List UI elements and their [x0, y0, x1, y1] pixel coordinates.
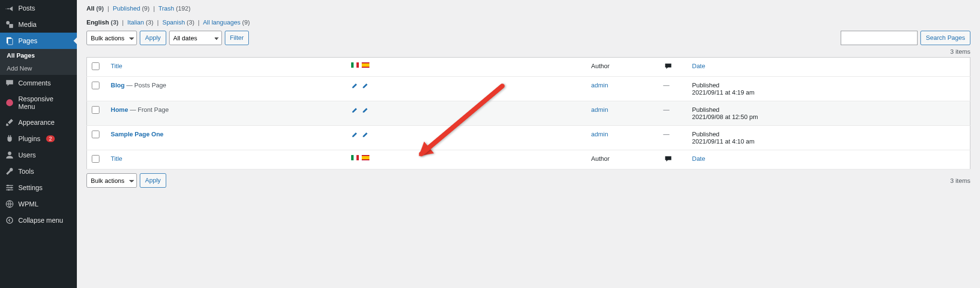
status-filter-all[interactable]: All (9): [86, 5, 104, 12]
table-row: Home — Front Page admin — Published 2021…: [87, 101, 970, 126]
sidebar-item-label: Posts: [18, 4, 35, 12]
sidebar-item-label: Users: [18, 151, 36, 159]
table-row: Blog — Posts Page admin — Published 2021…: [87, 77, 970, 101]
sidebar-item-label: Pages: [18, 37, 37, 45]
select-all-checkbox[interactable]: [92, 62, 99, 70]
date-value: 2021/09/11 at 4:10 am: [692, 138, 966, 145]
status-filter-trash[interactable]: Trash (192): [159, 5, 191, 12]
sidebar-item-label: Collapse menu: [18, 216, 63, 224]
column-languages: [346, 58, 587, 77]
search-input[interactable]: [841, 31, 918, 45]
date-filter-select[interactable]: All dates: [169, 31, 222, 45]
sidebar-subitem-all-pages[interactable]: All Pages: [0, 49, 77, 62]
sidebar-item-label: WPML: [18, 200, 38, 208]
page-state: — Front Page: [128, 106, 169, 113]
sidebar-item-label: Settings: [18, 184, 43, 192]
edit-translation-it-icon[interactable]: [351, 106, 359, 115]
svg-point-9: [7, 185, 9, 187]
svg-point-10: [11, 187, 12, 189]
column-comments[interactable]: [659, 58, 687, 77]
comment-bubble-icon: [663, 155, 673, 163]
page-title-link[interactable]: Home: [111, 106, 128, 113]
author-link[interactable]: admin: [591, 82, 608, 89]
admin-sidebar: Posts Media Pages All Pages Add New Comm…: [0, 0, 77, 288]
svg-rect-3: [8, 39, 12, 45]
apply-button-bottom[interactable]: Apply: [140, 173, 166, 188]
pin-icon: [5, 4, 14, 12]
sidebar-item-appearance[interactable]: Appearance: [0, 114, 77, 131]
svg-point-13: [7, 217, 13, 224]
bulk-actions-select-bottom[interactable]: Bulk actions: [86, 173, 137, 188]
row-checkbox[interactable]: [92, 106, 99, 114]
status-filter-published[interactable]: Published (9): [113, 5, 150, 12]
table-row: Sample Page One admin — Published 2021/0…: [87, 126, 970, 150]
status-filter: All (9) | Published (9) | Trash (192): [86, 0, 970, 14]
sidebar-item-posts[interactable]: Posts: [0, 0, 77, 16]
column-title[interactable]: Title: [106, 58, 346, 77]
sliders-icon: [5, 183, 14, 192]
lang-filter-spanish[interactable]: Spanish (3): [162, 19, 195, 26]
sidebar-item-collapse[interactable]: Collapse menu: [0, 212, 77, 228]
comments-count: —: [663, 106, 670, 113]
date-value: 2021/09/08 at 12:50 pm: [692, 113, 966, 120]
comments-count: —: [663, 131, 670, 138]
sidebar-item-pages[interactable]: Pages: [0, 33, 77, 49]
column-languages-footer: [346, 150, 587, 169]
edit-translation-es-icon[interactable]: [362, 106, 369, 115]
sidebar-item-media[interactable]: Media: [0, 16, 77, 33]
edit-translation-es-icon[interactable]: [362, 131, 369, 140]
brush-icon: [5, 118, 14, 127]
flag-italian-icon: [351, 155, 359, 160]
sidebar-item-label: Comments: [18, 79, 51, 87]
edit-translation-es-icon[interactable]: [362, 82, 369, 91]
sidebar-item-tools[interactable]: Tools: [0, 163, 77, 180]
plugins-update-badge: 2: [46, 135, 55, 142]
select-all-checkbox-bottom[interactable]: [92, 155, 99, 163]
sidebar-item-label: Media: [18, 21, 37, 28]
column-author: Author: [587, 58, 659, 77]
lang-filter-italian[interactable]: Italian (3): [127, 19, 153, 26]
column-date[interactable]: Date: [687, 58, 970, 77]
sidebar-subitem-add-new[interactable]: Add New: [0, 62, 77, 75]
page-title-link[interactable]: Sample Page One: [111, 131, 164, 138]
responsive-icon: [5, 98, 14, 107]
wrench-icon: [5, 167, 14, 176]
sidebar-item-settings[interactable]: Settings: [0, 180, 77, 196]
author-link[interactable]: admin: [591, 106, 608, 113]
svg-rect-1: [9, 24, 13, 28]
flag-spanish-icon: [362, 155, 369, 160]
sidebar-item-label: Appearance: [18, 119, 55, 126]
date-status: Published: [692, 131, 966, 138]
page-icon: [5, 36, 14, 45]
sidebar-item-plugins[interactable]: Plugins 2: [0, 131, 77, 147]
column-date-footer[interactable]: Date: [687, 150, 970, 169]
sidebar-item-wpml[interactable]: WPML: [0, 196, 77, 212]
filter-button[interactable]: Filter: [225, 31, 249, 45]
date-status: Published: [692, 82, 966, 89]
sidebar-item-users[interactable]: Users: [0, 147, 77, 163]
column-title-footer[interactable]: Title: [106, 150, 346, 169]
lang-filter-all[interactable]: All languages (9): [203, 19, 250, 26]
search-pages-button[interactable]: Search Pages: [920, 31, 970, 45]
bulk-actions-select[interactable]: Bulk actions: [86, 31, 137, 45]
svg-point-4: [6, 99, 13, 106]
items-count-bottom: 3 items: [950, 177, 970, 184]
sidebar-item-comments[interactable]: Comments: [0, 75, 77, 91]
sidebar-item-label: Plugins: [18, 135, 40, 143]
language-filter: English (3) | Italian (3) | Spanish (3) …: [86, 14, 970, 28]
edit-translation-it-icon[interactable]: [351, 82, 359, 91]
author-link[interactable]: admin: [591, 131, 608, 138]
row-checkbox[interactable]: [92, 82, 99, 89]
sidebar-item-responsive-menu[interactable]: Responsive Menu: [0, 91, 77, 114]
pages-table: Title Author Date Blog — Posts Page: [86, 57, 970, 169]
user-icon: [5, 151, 14, 159]
page-title-link[interactable]: Blog: [111, 82, 125, 89]
apply-button[interactable]: Apply: [140, 31, 166, 45]
svg-point-5: [8, 152, 11, 155]
comment-bubble-icon: [663, 62, 673, 70]
edit-translation-it-icon[interactable]: [351, 131, 359, 140]
lang-filter-english[interactable]: English (3): [86, 19, 118, 26]
column-comments-footer[interactable]: [659, 150, 687, 169]
row-checkbox[interactable]: [92, 131, 99, 138]
comments-count: —: [663, 82, 670, 89]
